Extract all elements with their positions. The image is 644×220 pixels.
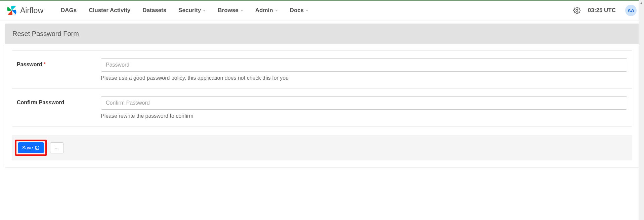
nav-right: 03:25 UTC AA [573, 5, 639, 16]
nav-item-dags[interactable]: DAGs [55, 4, 83, 17]
nav-links: DAGs Cluster Activity Datasets Security … [55, 4, 314, 17]
save-button-label: Save [22, 145, 33, 150]
svg-point-0 [576, 9, 578, 11]
user-menu[interactable]: AA [625, 5, 639, 16]
nav-label: Security [178, 7, 201, 14]
confirm-password-field-cell: Please rewrite the password to confirm [96, 89, 632, 126]
panel-title: Reset Password Form [5, 24, 639, 44]
confirm-password-label: Confirm Password [17, 100, 64, 105]
password-label-cell: Password * [12, 51, 96, 89]
clock-dropdown[interactable]: 03:25 UTC [588, 7, 618, 14]
save-highlight: Save [15, 140, 47, 156]
brand[interactable]: Airflow [5, 4, 43, 17]
nav-item-docs[interactable]: Docs [284, 4, 315, 17]
airflow-logo-icon [5, 4, 18, 17]
actions-bar: Save ← [12, 135, 632, 160]
reset-password-panel: Reset Password Form Password * Please us… [5, 24, 639, 168]
gear-icon[interactable] [573, 7, 581, 14]
scroll-up-arrow-icon[interactable]: ▲ [639, 0, 644, 5]
password-help: Please use a good password policy, this … [101, 75, 627, 81]
nav-item-browse[interactable]: Browse [212, 4, 249, 17]
required-asterisk: * [44, 62, 46, 67]
nav-item-datasets[interactable]: Datasets [136, 4, 172, 17]
chevron-down-icon [241, 10, 243, 11]
confirm-password-input[interactable] [101, 96, 627, 110]
password-label: Password [17, 62, 42, 67]
navbar: Airflow DAGs Cluster Activity Datasets S… [0, 1, 644, 20]
nav-label: Datasets [142, 7, 166, 14]
confirm-password-row: Confirm Password Please rewrite the pass… [12, 89, 632, 126]
nav-label: Admin [255, 7, 273, 14]
scrollbar[interactable]: ▲ [639, 0, 644, 171]
chevron-down-icon [306, 10, 308, 11]
clock-text: 03:25 UTC [588, 7, 616, 14]
brand-text: Airflow [20, 6, 43, 15]
page: Reset Password Form Password * Please us… [0, 20, 644, 171]
nav-label: DAGs [61, 7, 77, 14]
nav-label: Cluster Activity [89, 7, 130, 14]
nav-item-admin[interactable]: Admin [249, 4, 284, 17]
panel-body: Password * Please use a good password po… [5, 44, 639, 167]
arrow-left-icon: ← [54, 145, 59, 151]
save-icon [35, 145, 40, 150]
password-input[interactable] [101, 58, 627, 72]
password-row: Password * Please use a good password po… [12, 51, 632, 89]
back-button[interactable]: ← [50, 142, 64, 153]
chevron-down-icon [275, 10, 278, 11]
form-table: Password * Please use a good password po… [12, 50, 632, 127]
password-field-cell: Please use a good password policy, this … [96, 51, 632, 89]
nav-label: Browse [218, 7, 238, 14]
confirm-password-help: Please rewrite the password to confirm [101, 113, 627, 119]
nav-item-cluster-activity[interactable]: Cluster Activity [83, 4, 136, 17]
confirm-password-label-cell: Confirm Password [12, 89, 96, 126]
nav-item-security[interactable]: Security [172, 4, 212, 17]
save-button[interactable]: Save [18, 142, 44, 153]
chevron-down-icon [203, 10, 206, 11]
nav-label: Docs [290, 7, 304, 14]
avatar: AA [625, 5, 637, 16]
